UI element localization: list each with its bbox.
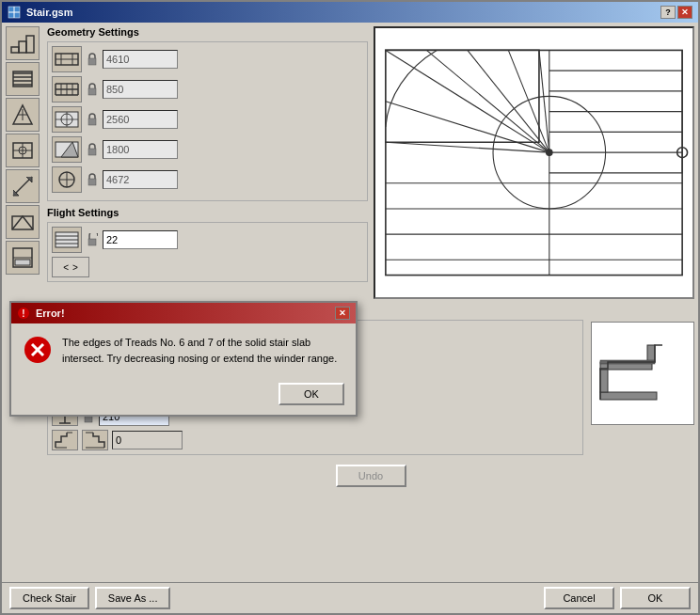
error-buttons: OK xyxy=(11,377,356,415)
error-circle-icon xyxy=(23,335,53,365)
main-window: Stair.gsm ? ✕ xyxy=(0,0,700,615)
error-close-button[interactable]: ✕ xyxy=(335,307,350,320)
error-message: The edges of Treads No. 6 and 7 of the s… xyxy=(62,335,344,366)
error-dialog: ! Error! ✕ The edges of Treads No. 6 and… xyxy=(9,301,358,417)
error-title: ! Error! xyxy=(17,307,65,320)
svg-text:!: ! xyxy=(22,308,24,319)
error-title-icon: ! xyxy=(17,307,30,320)
error-ok-button[interactable]: OK xyxy=(278,383,344,405)
dialog-overlay: ! Error! ✕ The edges of Treads No. 6 and… xyxy=(0,0,700,615)
error-content: The edges of Treads No. 6 and 7 of the s… xyxy=(11,323,356,377)
error-title-bar: ! Error! ✕ xyxy=(11,303,356,323)
